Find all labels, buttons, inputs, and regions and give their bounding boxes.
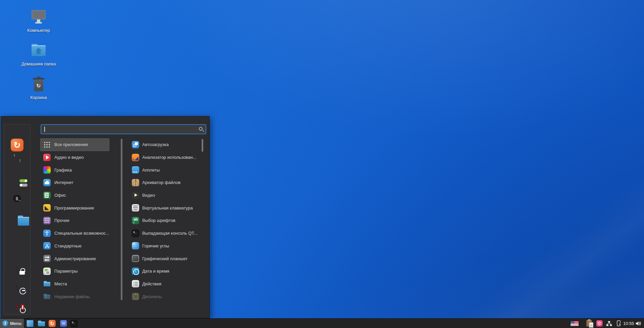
app-videos[interactable]: Видео (131, 189, 209, 202)
app-applets[interactable]: Апплеты (131, 163, 209, 176)
hot-corners-icon (132, 242, 139, 249)
app-font-selection[interactable]: ab c Выбор шрифтов (131, 214, 209, 227)
actions-icon (132, 280, 139, 287)
category-administration[interactable]: Администрирование (40, 252, 109, 265)
files-launcher[interactable] (38, 320, 45, 327)
firefox-icon: ↻ (11, 139, 23, 151)
desktop-icon-home-folder[interactable]: Домашняя папка (17, 43, 60, 66)
email-launcher[interactable]: ✉ (60, 320, 67, 327)
category-audio-video[interactable]: Аудио и видео (40, 151, 109, 164)
favorite-terminal[interactable]: $_ (13, 195, 21, 201)
app-desklets: Десклеты (131, 290, 209, 303)
scissors-icon (43, 242, 51, 249)
envelope-icon: ✉ (62, 321, 65, 326)
category-graphics[interactable]: Графика (40, 163, 109, 176)
logout-button[interactable] (17, 285, 17, 291)
programming-icon (43, 204, 51, 212)
audio-video-icon (43, 154, 51, 161)
app-graphics-tablet[interactable]: Графический планшет (131, 252, 209, 265)
show-desktop-button[interactable] (26, 320, 34, 327)
disk-usage-analyzer-icon (132, 154, 139, 161)
desktop-icon-computer[interactable]: Компьютер (17, 9, 60, 33)
dropdown-console-icon: $_ (132, 230, 139, 237)
internet-icon (43, 179, 51, 186)
app-archive-manager[interactable]: Архиватор файлов (131, 176, 209, 189)
menu-button[interactable]: ƒ Menu (0, 319, 24, 328)
favorite-firefox[interactable]: ↻ (11, 139, 23, 151)
category-programming[interactable]: Программирование (40, 201, 109, 214)
desktop-icon-trash[interactable]: ↻ Корзина (17, 77, 60, 100)
search-box[interactable] (41, 124, 206, 134)
cinnamon-menu: ↻ ↑ ↓ $_ (1, 116, 210, 318)
desklets-icon (132, 293, 139, 300)
date-time-icon (132, 268, 139, 275)
cinnamon-logo-icon: ƒ (2, 320, 8, 326)
terminal-launcher[interactable]: $_ (70, 320, 77, 327)
category-accessories[interactable]: Стандартные (40, 240, 109, 252)
app-date-time[interactable]: Дата и время (131, 265, 209, 278)
app-hot-corners[interactable]: Горячие углы (131, 240, 209, 252)
font-selection-icon: ab c (132, 217, 139, 224)
other-apps-icon (43, 217, 51, 224)
category-recent-files: Недавние файлы (40, 290, 109, 303)
network-icon[interactable] (606, 321, 612, 326)
category-internet[interactable]: Интернет (40, 176, 109, 189)
up-arrow-glyph: ↑ (19, 158, 21, 163)
device-charging-icon[interactable] (616, 320, 622, 327)
desktop-icon-label: Домашняя папка (21, 61, 56, 66)
wallpaper-vignette (174, 59, 644, 328)
search-input[interactable] (44, 126, 195, 133)
clipboard-manager-icon[interactable] (586, 320, 592, 327)
desktop-icon-label: Корзина (30, 95, 47, 100)
category-scrollbar-track[interactable] (121, 139, 122, 300)
applications-scrollbar-thumb[interactable] (202, 139, 203, 152)
archive-manager-icon (132, 179, 139, 186)
search-icon (199, 127, 203, 131)
category-preferences[interactable]: Параметры (40, 265, 109, 278)
clock[interactable]: 10:55 (623, 319, 634, 328)
down-arrow-glyph: ↓ (13, 152, 16, 157)
package-box-icon[interactable] (596, 320, 603, 327)
app-startup-applications[interactable]: Автозагрузка (131, 138, 209, 151)
lock-screen-button[interactable] (17, 267, 17, 273)
recycle-glyph: ↻ (36, 83, 41, 89)
text-caret (44, 127, 45, 132)
administration-icon (43, 255, 51, 262)
logout-icon (17, 285, 17, 291)
favorites-sidebar: ↻ ↑ ↓ $_ (4, 124, 31, 315)
computer-icon (31, 9, 47, 26)
home-folder-icon (31, 43, 47, 59)
graphics-tablet-icon (132, 255, 139, 262)
app-actions[interactable]: Действия (131, 278, 209, 290)
places-folder-icon (43, 280, 51, 287)
graphics-icon (43, 166, 51, 174)
us-keyboard-layout-flag[interactable] (571, 321, 579, 326)
category-other[interactable]: Прочие (40, 214, 109, 227)
category-list: Все приложения Аудио и видео Графика Инт… (40, 138, 109, 303)
category-office[interactable]: Офис (40, 189, 109, 202)
virtual-keyboard-icon (132, 204, 139, 212)
taskbar: ƒ Menu ↻ ✉ $_ 10:55 (0, 318, 644, 328)
accessibility-icon (43, 230, 51, 237)
firefox-launcher[interactable]: ↻ (49, 320, 56, 327)
shutdown-icon (17, 304, 17, 310)
app-virtual-keyboard[interactable]: Виртуальная клавиатура (131, 201, 209, 214)
desktop-icon-label: Компьютер (27, 28, 50, 33)
trash-icon: ↻ (31, 77, 47, 93)
app-qt-dropdown-console[interactable]: $_ Выпадающая консоль QT... (131, 227, 209, 240)
app-disk-usage-analyzer[interactable]: Анализатор использован... (131, 151, 209, 164)
desktop: Компьютер Домашняя папка ↻ Корзина ↻ (0, 0, 644, 328)
volume-icon[interactable] (635, 321, 642, 326)
firefox-icon: ↻ (50, 321, 54, 326)
all-applications-icon (43, 141, 51, 148)
category-places[interactable]: Места (40, 278, 109, 290)
recent-files-icon (43, 293, 51, 300)
category-accessibility[interactable]: Специальные возможнос... (40, 227, 109, 240)
videos-icon (132, 192, 139, 199)
category-all-applications[interactable]: Все приложения (40, 138, 109, 151)
applets-icon (132, 166, 139, 174)
application-list: Автозагрузка Анализатор использован... А… (131, 138, 209, 303)
shutdown-button[interactable] (17, 304, 17, 310)
lock-screen-icon (17, 266, 17, 273)
startup-applications-icon (132, 141, 139, 148)
